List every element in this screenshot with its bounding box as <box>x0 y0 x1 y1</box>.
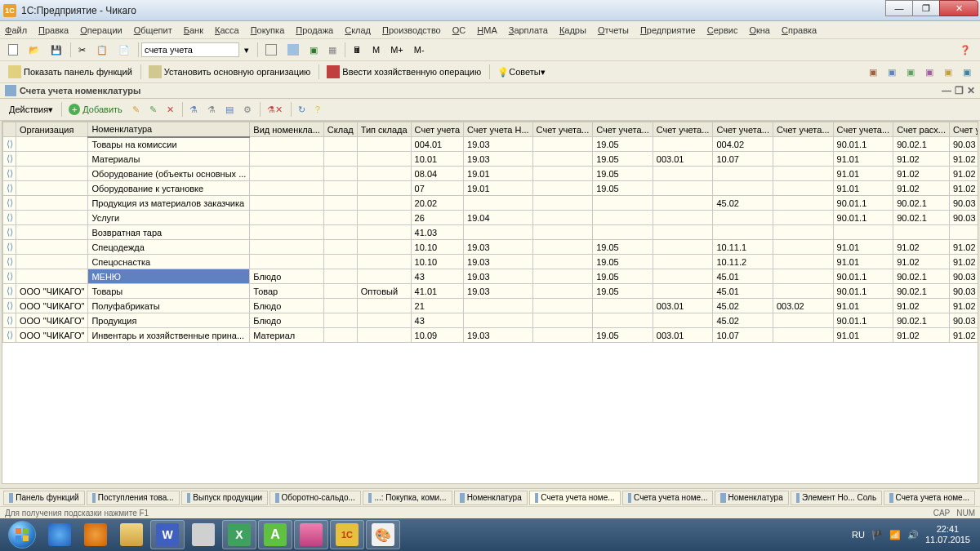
cell-account[interactable]: 004.01 <box>411 137 463 152</box>
tray-network-icon[interactable]: 📶 <box>889 530 901 540</box>
cell-account[interactable]: 91.01 <box>833 181 893 196</box>
start-button[interactable] <box>3 520 41 549</box>
paste-button[interactable]: 📄 <box>114 41 135 59</box>
cell-account[interactable]: 19.05 <box>593 181 653 196</box>
filter-off-button[interactable]: ⚗ <box>203 101 220 118</box>
menu-item[interactable]: НМА <box>477 25 497 35</box>
cell-account[interactable]: 90.03 <box>949 269 978 284</box>
cell-account[interactable]: 91.02 <box>893 255 950 269</box>
cell-account[interactable] <box>464 196 533 211</box>
cell-account[interactable]: 91.02 <box>949 152 978 167</box>
maximize-button[interactable]: ❐ <box>912 0 940 16</box>
window-tab[interactable]: Номенклатура <box>715 491 788 505</box>
set-org-button[interactable]: Установить основную организацию <box>144 63 316 81</box>
cell-org[interactable] <box>16 225 88 240</box>
menu-item[interactable]: Склад <box>345 25 371 35</box>
cell-account[interactable]: 07 <box>411 181 463 196</box>
cut-button[interactable]: ✂ <box>74 41 91 59</box>
cell-type[interactable] <box>250 240 324 255</box>
cell-account[interactable] <box>713 211 773 225</box>
cell-account[interactable]: 91.02 <box>893 240 950 255</box>
cell-org[interactable] <box>16 255 88 269</box>
cell-account[interactable] <box>532 152 593 167</box>
cell-account[interactable] <box>653 137 713 152</box>
taskbar-explorer[interactable] <box>114 520 149 549</box>
cell-account[interactable]: 19.05 <box>593 269 653 284</box>
cell-account[interactable] <box>773 240 833 255</box>
cell-account[interactable] <box>532 167 593 181</box>
menu-item[interactable]: Отчеты <box>598 25 629 35</box>
taskbar-media[interactable] <box>78 520 113 549</box>
show-panel-button[interactable]: Показать панель функций <box>3 63 137 81</box>
help-action-button[interactable]: ? <box>311 101 324 118</box>
cell-account[interactable]: 91.02 <box>949 240 978 255</box>
cell-account[interactable] <box>593 313 653 328</box>
column-header[interactable]: Счет учета <box>411 122 463 137</box>
table-row[interactable]: ⟨⟩ООО "ЧИКАГО"ПродукцияБлюдо4345.0290.01… <box>3 313 979 328</box>
search-input[interactable] <box>141 42 239 57</box>
menu-item[interactable]: Сервис <box>707 25 738 35</box>
cell-type[interactable] <box>250 167 324 181</box>
menu-item[interactable]: Зарплата <box>509 25 548 35</box>
cell-org[interactable]: ООО "ЧИКАГО" <box>16 284 88 299</box>
cell-account[interactable]: 90.02.1 <box>893 313 950 328</box>
taskbar-app1[interactable]: А <box>258 520 292 549</box>
actions-dropdown[interactable]: Действия ▾ <box>5 101 57 118</box>
cell-account[interactable]: 20.02 <box>411 196 463 211</box>
cell-wh-type[interactable] <box>357 299 411 313</box>
cell-org[interactable]: ООО "ЧИКАГО" <box>16 299 88 313</box>
cell-account[interactable]: 91.02 <box>949 181 978 196</box>
tips-button[interactable]: 💡Советы ▾ <box>492 63 550 81</box>
copy-button[interactable]: 📋 <box>91 41 113 59</box>
cell-org[interactable] <box>16 240 88 255</box>
cell-account[interactable]: 08.04 <box>411 167 463 181</box>
cell-account[interactable]: 90.01.1 <box>833 137 893 152</box>
cell-account[interactable] <box>773 313 833 328</box>
m-button[interactable]: M <box>368 41 385 59</box>
cell-account[interactable]: 19.03 <box>464 240 533 255</box>
tray-clock[interactable]: 22:41 11.07.2015 <box>925 524 970 545</box>
cell-account[interactable]: 91.01 <box>833 299 893 313</box>
cell-account[interactable] <box>773 137 833 152</box>
cell-account[interactable] <box>532 225 593 240</box>
cell-account[interactable]: 90.03 <box>949 211 978 225</box>
cell-account[interactable]: 90.03 <box>949 284 978 299</box>
cell-account[interactable] <box>773 284 833 299</box>
cell-warehouse[interactable] <box>323 225 357 240</box>
cell-account[interactable]: 004.02 <box>713 137 773 152</box>
table-row[interactable]: ⟨⟩Материалы10.0119.0319.05003.0110.0791.… <box>3 152 979 167</box>
cell-account[interactable]: 91.02 <box>949 328 978 343</box>
minimize-button[interactable]: — <box>885 0 913 16</box>
column-header[interactable]: Счет учета... <box>833 122 893 137</box>
filter-button[interactable]: ⚗ <box>185 101 202 118</box>
cell-wh-type[interactable] <box>357 313 411 328</box>
cell-org[interactable] <box>16 152 88 167</box>
menu-item[interactable]: Файл <box>5 25 27 35</box>
cell-nomenclature[interactable]: Продукция из материалов заказчика <box>88 196 250 211</box>
cell-account[interactable]: 90.02.1 <box>893 284 950 299</box>
window-tab[interactable]: Оборотно-сальдо... <box>270 491 361 505</box>
settings-button[interactable]: ⚙ <box>239 101 256 118</box>
cell-warehouse[interactable] <box>323 255 357 269</box>
cell-account[interactable] <box>773 181 833 196</box>
taskbar-paint[interactable]: 🎨 <box>366 520 400 549</box>
cell-nomenclature[interactable]: Оборудование (объекты основных ... <box>88 167 250 181</box>
cell-account[interactable]: 90.01.1 <box>833 284 893 299</box>
column-header[interactable]: Номенклатура <box>88 122 250 137</box>
cell-account[interactable] <box>532 181 593 196</box>
cell-org[interactable]: ООО "ЧИКАГО" <box>16 313 88 328</box>
edit-button[interactable]: ✎ <box>145 101 161 118</box>
cell-warehouse[interactable] <box>323 181 357 196</box>
table-row[interactable]: ⟨⟩ООО "ЧИКАГО"ТоварыТоварОптовый41.0119.… <box>3 284 979 299</box>
cell-account[interactable]: 90.01.1 <box>833 313 893 328</box>
table-row[interactable]: ⟨⟩Спецодежда10.1019.0319.0510.11.191.019… <box>3 240 979 255</box>
cell-wh-type[interactable] <box>357 225 411 240</box>
taskbar-excel[interactable]: X <box>222 520 256 549</box>
window-tab[interactable]: ...: Покупка, коми... <box>363 491 452 505</box>
taskbar-calc[interactable] <box>186 520 220 549</box>
window-tab[interactable]: Элемент Но... Соль <box>791 491 882 505</box>
cell-account[interactable]: 19.01 <box>464 181 533 196</box>
cell-nomenclature[interactable]: МЕНЮ <box>88 269 250 284</box>
tool-2[interactable] <box>283 41 304 59</box>
cell-wh-type[interactable] <box>357 196 411 211</box>
